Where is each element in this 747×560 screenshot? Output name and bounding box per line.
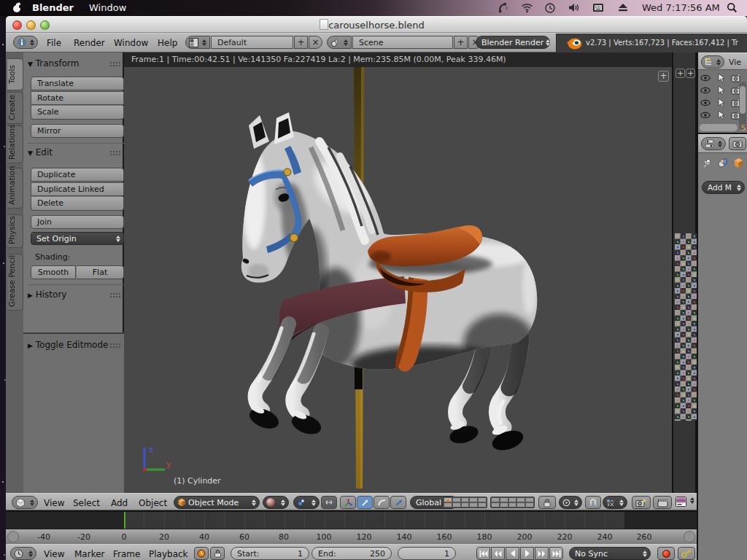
scale-button[interactable]: Scale: [31, 106, 124, 120]
properties-editor-dropdown[interactable]: [701, 137, 726, 150]
timeline-scrollbar-right-cap[interactable]: [684, 531, 695, 542]
set-origin-dropdown[interactable]: Set Origin: [31, 232, 124, 245]
snap-element-dropdown[interactable]: [603, 496, 627, 509]
layers-widget-group2[interactable]: [490, 497, 535, 508]
rotate-manipulator-button[interactable]: [374, 496, 390, 509]
timeline-playhead[interactable]: [124, 512, 125, 529]
panel-drag-handle[interactable]: [109, 61, 121, 67]
outliner[interactable]: Vie S: [697, 52, 747, 133]
menu-help[interactable]: Help: [158, 38, 177, 48]
tab-grease-pencil[interactable]: Grease Pencil: [7, 254, 23, 311]
jump-to-start-button[interactable]: [476, 547, 490, 560]
lock-time-cursor-button[interactable]: [210, 547, 225, 560]
editor-type-info-widget[interactable]: [13, 36, 38, 49]
zoom-window-button[interactable]: [40, 20, 50, 30]
tab-tools[interactable]: Tools: [7, 58, 23, 90]
editor-type-timeline-widget[interactable]: [10, 547, 36, 560]
eject-icon[interactable]: [617, 2, 629, 12]
timeline-ruler[interactable]: -40 -20 0 20 40 60 80 100 120 140 160 18…: [6, 529, 697, 544]
select-menu[interactable]: Select: [73, 498, 100, 508]
manipulate-center-points-button[interactable]: [321, 496, 337, 509]
outliner-row[interactable]: [700, 72, 743, 85]
timeline-scrollbar-left-cap[interactable]: [7, 531, 19, 542]
snap-magnet-button[interactable]: [585, 496, 601, 509]
minimize-window-button[interactable]: [26, 20, 36, 30]
shade-flat-button[interactable]: Flat: [77, 265, 124, 279]
mode-dropdown[interactable]: Object Mode: [174, 496, 260, 509]
add-scene-button[interactable]: +: [454, 36, 468, 49]
wifi-icon[interactable]: [521, 2, 533, 13]
start-frame-field[interactable]: Start:1: [231, 547, 309, 560]
add-menu[interactable]: Add: [111, 498, 128, 508]
outliner-row[interactable]: [700, 97, 743, 109]
prev-keyframe-button[interactable]: [491, 547, 505, 560]
tab-animation[interactable]: Animation: [7, 168, 23, 209]
record-button[interactable]: [657, 547, 675, 560]
tab-relations[interactable]: Relations: [7, 125, 23, 163]
play-button[interactable]: [520, 547, 534, 560]
opengl-render-still-button[interactable]: [632, 496, 651, 509]
menu-window[interactable]: Window: [114, 38, 148, 48]
view-menu[interactable]: View: [44, 498, 64, 508]
duplicate-linked-button[interactable]: Duplicate Linked: [31, 182, 124, 196]
edit-panel-header[interactable]: ▼ Edit: [28, 147, 53, 158]
volume-icon[interactable]: [568, 2, 580, 13]
tab-create[interactable]: Create: [7, 92, 23, 124]
manipulator-axis-button[interactable]: [340, 496, 356, 509]
viewport-shading-dropdown[interactable]: [263, 496, 289, 509]
timeline-marker-menu[interactable]: Marker: [74, 549, 104, 559]
opengl-render-anim-button[interactable]: [653, 496, 672, 509]
menubar-window-menu[interactable]: Window: [89, 2, 126, 13]
outliner-vertical-scrollbar[interactable]: [739, 82, 746, 130]
mirror-button[interactable]: Mirror: [31, 124, 124, 138]
editor-type-3dview-widget[interactable]: [12, 496, 38, 509]
join-button[interactable]: Join: [31, 215, 124, 229]
uv-image-editor[interactable]: + +: [672, 52, 697, 493]
apple-menu-icon[interactable]: [12, 2, 22, 13]
outliner-display-dropdown[interactable]: [701, 55, 724, 69]
menubar-clock[interactable]: Wed 7:17:56 AM: [642, 2, 720, 13]
add-layout-button[interactable]: +: [294, 36, 308, 49]
constraints-tab-icon[interactable]: [717, 158, 729, 168]
3d-viewport[interactable]: Frame:1 | Time:00:42.51 | Ve:141350 Fa:2…: [124, 52, 672, 493]
uv-editor-header[interactable]: [672, 493, 697, 510]
object-tab-icon[interactable]: [733, 158, 744, 168]
translate-button[interactable]: Translate: [31, 77, 124, 90]
expand-region-button[interactable]: +: [686, 69, 695, 78]
pivot-point-dropdown[interactable]: [293, 496, 320, 509]
window-title-bar[interactable]: carouselhorse.blend: [6, 16, 747, 33]
tab-physics[interactable]: Physics: [7, 214, 23, 248]
timeline-editor[interactable]: -40 -20 0 20 40 60 80 100 120 140 160 18…: [6, 510, 697, 560]
rotate-button[interactable]: Rotate: [31, 91, 124, 105]
history-panel-header[interactable]: ▶ History: [28, 289, 66, 300]
layers-widget-group1[interactable]: [443, 497, 487, 508]
panel-drag-handle[interactable]: [109, 343, 121, 349]
lock-to-scene-button[interactable]: [538, 496, 556, 509]
scene-name-field[interactable]: Scene: [352, 36, 453, 49]
spotlight-search-icon[interactable]: [727, 2, 738, 13]
proportional-edit-dropdown[interactable]: [559, 496, 582, 509]
delete-button[interactable]: Delete: [31, 197, 124, 211]
keying-set-button[interactable]: [678, 547, 695, 560]
jump-to-end-button[interactable]: [549, 547, 563, 560]
shade-smooth-button[interactable]: Smooth: [31, 265, 76, 279]
timeline-view-menu[interactable]: View: [44, 549, 64, 559]
end-frame-field[interactable]: End:250: [311, 547, 392, 560]
toggle-editmode-panel-header[interactable]: ▶ Toggle Editmode: [28, 340, 108, 350]
object-menu[interactable]: Object: [139, 498, 167, 508]
add-modifier-dropdown[interactable]: Add M: [702, 181, 745, 194]
timeline-frame-menu[interactable]: Frame: [113, 549, 140, 559]
menubar-app-name[interactable]: Blender: [32, 2, 74, 13]
menu-file[interactable]: File: [47, 38, 61, 48]
transform-panel-header[interactable]: ▼ Transform: [28, 58, 79, 69]
next-keyframe-button[interactable]: [535, 547, 549, 560]
current-frame-field[interactable]: 1: [398, 547, 456, 560]
pin-icon[interactable]: [703, 158, 713, 168]
panel-drag-handle[interactable]: [109, 292, 121, 298]
outliner-horizontal-scrollbar[interactable]: [700, 124, 738, 131]
duplicate-button[interactable]: Duplicate: [31, 168, 124, 182]
properties-editor[interactable]: Add M: [697, 133, 747, 560]
outliner-row[interactable]: [700, 85, 743, 97]
time-machine-icon[interactable]: [544, 2, 556, 14]
scale-manipulator-button[interactable]: [390, 496, 406, 509]
